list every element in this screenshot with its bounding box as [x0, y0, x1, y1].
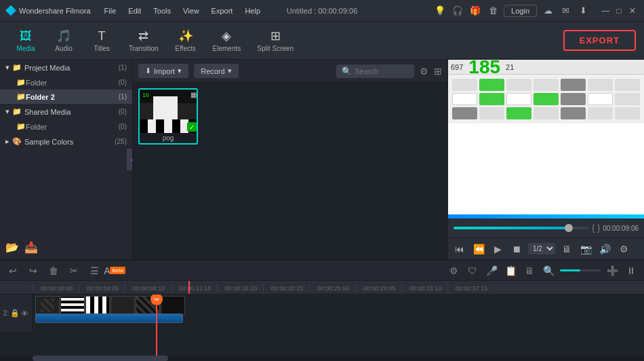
- ai-button[interactable]: AIBeta: [107, 263, 122, 278]
- zoom-in-icon[interactable]: ➕: [605, 263, 620, 278]
- shared-media-label: Shared Media: [24, 108, 71, 116]
- menu-help[interactable]: Help: [239, 4, 266, 18]
- menu-edit[interactable]: Edit: [123, 4, 146, 18]
- trash-icon[interactable]: 🗑: [486, 4, 500, 18]
- toolbar-titles[interactable]: T Titles: [84, 25, 119, 56]
- toolbar-elements[interactable]: ◈ Elements: [206, 24, 248, 56]
- toolbar-split-screen[interactable]: ⊞ Split Screen: [250, 24, 300, 56]
- delete-button[interactable]: 🗑: [46, 263, 61, 278]
- sidebar-collapse-button[interactable]: ‹: [127, 149, 133, 170]
- timeline-clip-icon[interactable]: 📋: [503, 263, 518, 278]
- grid-view-icon[interactable]: ⊞: [434, 66, 442, 77]
- media-label: Media: [16, 45, 35, 52]
- toolbar-transition[interactable]: ⇄ Transition: [122, 24, 165, 56]
- monitor-icon[interactable]: 🖥: [559, 242, 574, 256]
- media-checkmark: ✓: [187, 122, 197, 132]
- chevron-down-icon2: ▾: [5, 107, 9, 116]
- sidebar-item-folder2[interactable]: 📁 Folder 2 (1): [0, 90, 132, 104]
- import-button[interactable]: ⬇ Import ▾: [138, 64, 188, 78]
- content-area: ⬇ Import ▾ Record ▾ 🔍 ⚙ ⊞: [133, 60, 447, 259]
- menu-file[interactable]: File: [99, 4, 122, 18]
- record-button[interactable]: Record ▾: [194, 64, 238, 78]
- folder-label: Folder: [26, 79, 47, 87]
- track-content-video: [33, 294, 644, 332]
- mail-icon[interactable]: ✉: [559, 4, 572, 18]
- volume-icon[interactable]: 🔊: [597, 242, 612, 256]
- timeline-settings-icon[interactable]: ⚙: [446, 263, 461, 278]
- gift-icon[interactable]: 🎁: [468, 4, 482, 18]
- toolbar-audio[interactable]: 🎵 Audio: [46, 24, 81, 56]
- sample-colors-header[interactable]: ▸ 🎨 Sample Colors (25): [0, 134, 132, 149]
- timeline-shield-icon[interactable]: 🛡: [465, 263, 480, 278]
- download-icon[interactable]: ⬇: [576, 4, 590, 18]
- project-media-header[interactable]: ▾ 📁 Project Media (1): [0, 60, 132, 75]
- minimize-button[interactable]: —: [599, 5, 611, 17]
- bulb-icon[interactable]: 💡: [433, 4, 447, 18]
- time-thumb: [565, 224, 573, 232]
- maximize-button[interactable]: □: [613, 5, 625, 17]
- menu-view[interactable]: View: [178, 4, 205, 18]
- skip-back-button[interactable]: ⏮: [452, 242, 467, 256]
- timeline-screen-icon[interactable]: 🖥: [522, 263, 537, 278]
- search-box: 🔍: [336, 64, 414, 78]
- login-button[interactable]: Login: [504, 5, 537, 17]
- record-chevron: ▾: [228, 66, 232, 75]
- search-input[interactable]: [355, 67, 409, 75]
- titles-label: Titles: [94, 45, 110, 52]
- cut-button[interactable]: ✂: [66, 263, 81, 278]
- close-button[interactable]: ✕: [626, 5, 639, 17]
- menu-tools[interactable]: Tools: [148, 4, 176, 18]
- preview-controls: ⏮ ⏪ ▶ ⏹ 1/2 🖥 📷 🔊 ⚙: [448, 238, 644, 259]
- media-grid: 16 ▦ ✓ pog: [133, 83, 447, 259]
- add-folder-icon[interactable]: 📂: [5, 241, 19, 254]
- transition-icon: ⇄: [138, 28, 148, 43]
- export-button[interactable]: EXPORT: [563, 30, 636, 51]
- headphone-icon[interactable]: 🎧: [451, 4, 464, 18]
- toolbar-effects[interactable]: ✨ Effects: [168, 24, 203, 56]
- shared-folder-item-icon: 📁: [16, 122, 26, 131]
- cloud-icon[interactable]: ☁: [541, 4, 555, 18]
- preview-screen: 697 185 21: [448, 60, 644, 218]
- zoom-track[interactable]: [560, 269, 601, 271]
- eye-icon[interactable]: 👁: [21, 309, 28, 318]
- shared-folder-icon: 📁: [12, 107, 22, 116]
- titles-icon: T: [98, 29, 106, 43]
- redo-button[interactable]: ↪: [26, 263, 41, 278]
- ruler-mark-3: 00:00:12:15: [171, 284, 217, 292]
- timeline-pause-icon[interactable]: ⏸: [624, 263, 639, 278]
- time-track[interactable]: [454, 227, 589, 229]
- folder-count: (0): [119, 79, 127, 86]
- lock-icon[interactable]: 🔒: [10, 309, 20, 318]
- scrollbar-thumb[interactable]: [33, 356, 168, 361]
- filter-icon[interactable]: ⚙: [420, 66, 428, 77]
- speed-select[interactable]: 1/2: [528, 243, 555, 254]
- menu-bar: File Edit Tools View Export Help: [99, 4, 434, 18]
- sidebar-item-folder[interactable]: 📁 Folder (0): [0, 75, 132, 90]
- media-item[interactable]: 16 ▦ ✓ pog: [138, 88, 198, 145]
- timeline-scrollbar[interactable]: [0, 356, 644, 361]
- timeline-mic-icon[interactable]: 🎤: [484, 263, 499, 278]
- shared-folder-label: Folder: [26, 123, 47, 131]
- stop-button[interactable]: ⏹: [509, 242, 524, 256]
- align-button[interactable]: ☰: [87, 263, 102, 278]
- game-preview: 697 185 21: [448, 60, 644, 218]
- beta-badge: Beta: [110, 267, 125, 274]
- toolbar-media[interactable]: 🖼 Media: [8, 25, 43, 56]
- zoom-out-icon[interactable]: 🔍: [541, 263, 556, 278]
- score-big: 185: [468, 60, 500, 77]
- video-clip[interactable]: [35, 314, 183, 323]
- sidebar-item-shared-folder[interactable]: 📁 Folder (0): [0, 119, 132, 134]
- content-toolbar: ⬇ Import ▾ Record ▾ 🔍 ⚙ ⊞: [133, 60, 447, 83]
- prev-frame-button[interactable]: ⏪: [471, 242, 486, 256]
- camera-icon[interactable]: 📷: [578, 242, 593, 256]
- game-top-bar: 697 185 21: [448, 60, 644, 75]
- import-folder-icon[interactable]: 📥: [24, 241, 38, 254]
- time-display: 00:00:09:06: [603, 225, 639, 232]
- settings-icon[interactable]: ⚙: [616, 242, 631, 256]
- undo-button[interactable]: ↩: [5, 263, 20, 278]
- time-fill: [454, 227, 569, 229]
- elements-label: Elements: [213, 45, 241, 52]
- play-button[interactable]: ▶: [490, 242, 505, 256]
- shared-media-header[interactable]: ▾ 📁 Shared Media (0): [0, 104, 132, 119]
- menu-export[interactable]: Export: [206, 4, 239, 18]
